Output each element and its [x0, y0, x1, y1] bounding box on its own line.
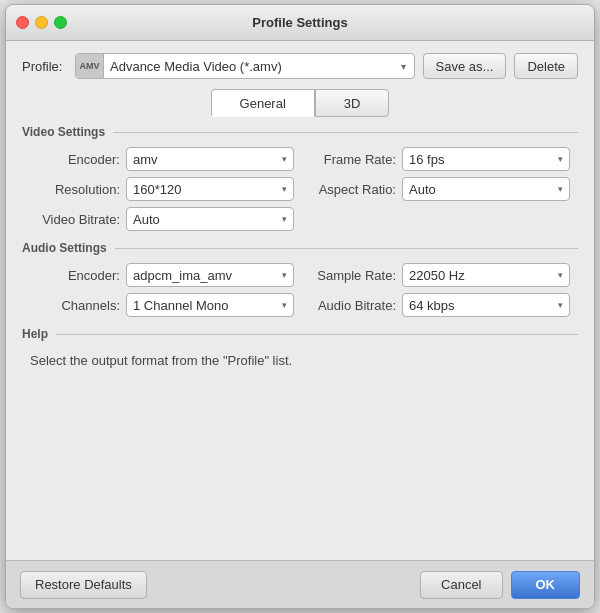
encoder-select[interactable]: amv ▾ — [126, 147, 294, 171]
window-title: Profile Settings — [252, 15, 347, 30]
audio-encoder-label: Encoder: — [30, 268, 120, 283]
profile-dropdown-arrow-icon: ▾ — [394, 61, 414, 72]
sample-rate-select[interactable]: 22050 Hz ▾ — [402, 263, 570, 287]
channels-arrow-icon: ▾ — [282, 300, 287, 310]
audio-bitrate-value: 64 kbps — [409, 298, 554, 313]
audio-bitrate-arrow-icon: ▾ — [558, 300, 563, 310]
frame-rate-value: 16 fps — [409, 152, 554, 167]
audio-encoder-field-row: Encoder: adpcm_ima_amv ▾ — [30, 263, 294, 287]
window-controls — [16, 16, 67, 29]
help-header: Help — [22, 327, 578, 341]
title-bar: Profile Settings — [6, 5, 594, 41]
aspect-ratio-field-row: Aspect Ratio: Auto ▾ — [306, 177, 570, 201]
video-settings-title: Video Settings — [22, 125, 105, 139]
video-bitrate-value: Auto — [133, 212, 278, 227]
audio-settings-section: Audio Settings Encoder: adpcm_ima_amv ▾ … — [22, 241, 578, 317]
frame-rate-field-row: Frame Rate: 16 fps ▾ — [306, 147, 570, 171]
profile-icon: AMV — [76, 54, 104, 78]
sample-rate-arrow-icon: ▾ — [558, 270, 563, 280]
aspect-ratio-select[interactable]: Auto ▾ — [402, 177, 570, 201]
frame-rate-label: Frame Rate: — [306, 152, 396, 167]
channels-select[interactable]: 1 Channel Mono ▾ — [126, 293, 294, 317]
audio-settings-grid: Encoder: adpcm_ima_amv ▾ Sample Rate: 22… — [22, 263, 578, 317]
save-as-button[interactable]: Save as... — [423, 53, 507, 79]
tab-general[interactable]: General — [211, 89, 315, 117]
channels-value: 1 Channel Mono — [133, 298, 278, 313]
minimize-button[interactable] — [35, 16, 48, 29]
encoder-field-row: Encoder: amv ▾ — [30, 147, 294, 171]
audio-encoder-select[interactable]: adpcm_ima_amv ▾ — [126, 263, 294, 287]
audio-bitrate-label: Audio Bitrate: — [306, 298, 396, 313]
tab-3d[interactable]: 3D — [315, 89, 390, 117]
profile-select-text: Advance Media Video (*.amv) — [104, 59, 394, 74]
resolution-label: Resolution: — [30, 182, 120, 197]
sample-rate-field-row: Sample Rate: 22050 Hz ▾ — [306, 263, 570, 287]
profile-row: Profile: AMV Advance Media Video (*.amv)… — [22, 53, 578, 79]
video-settings-section: Video Settings Encoder: amv ▾ Frame Rate… — [22, 125, 578, 231]
help-section-line — [56, 334, 578, 335]
window-content: Profile: AMV Advance Media Video (*.amv)… — [6, 41, 594, 560]
video-section-line — [113, 132, 578, 133]
profile-label: Profile: — [22, 59, 67, 74]
audio-bitrate-select[interactable]: 64 kbps ▾ — [402, 293, 570, 317]
encoder-value: amv — [133, 152, 278, 167]
help-text: Select the output format from the "Profi… — [22, 349, 578, 372]
audio-settings-title: Audio Settings — [22, 241, 107, 255]
video-settings-grid: Encoder: amv ▾ Frame Rate: 16 fps ▾ Reso… — [22, 147, 578, 231]
tab-bar: General 3D — [22, 89, 578, 117]
bottom-right-buttons: Cancel OK — [420, 571, 580, 599]
video-bitrate-arrow-icon: ▾ — [282, 214, 287, 224]
resolution-value: 160*120 — [133, 182, 278, 197]
bottom-bar: Restore Defaults Cancel OK — [6, 560, 594, 608]
encoder-arrow-icon: ▾ — [282, 154, 287, 164]
frame-rate-select[interactable]: 16 fps ▾ — [402, 147, 570, 171]
help-title: Help — [22, 327, 48, 341]
profile-select[interactable]: AMV Advance Media Video (*.amv) ▾ — [75, 53, 415, 79]
channels-field-row: Channels: 1 Channel Mono ▾ — [30, 293, 294, 317]
aspect-ratio-label: Aspect Ratio: — [306, 182, 396, 197]
aspect-ratio-arrow-icon: ▾ — [558, 184, 563, 194]
audio-encoder-value: adpcm_ima_amv — [133, 268, 278, 283]
video-bitrate-field-row: Video Bitrate: Auto ▾ — [30, 207, 294, 231]
aspect-ratio-value: Auto — [409, 182, 554, 197]
channels-label: Channels: — [30, 298, 120, 313]
resolution-select[interactable]: 160*120 ▾ — [126, 177, 294, 201]
video-bitrate-select[interactable]: Auto ▾ — [126, 207, 294, 231]
close-button[interactable] — [16, 16, 29, 29]
frame-rate-arrow-icon: ▾ — [558, 154, 563, 164]
resolution-arrow-icon: ▾ — [282, 184, 287, 194]
maximize-button[interactable] — [54, 16, 67, 29]
audio-section-line — [115, 248, 578, 249]
encoder-label: Encoder: — [30, 152, 120, 167]
cancel-button[interactable]: Cancel — [420, 571, 502, 599]
resolution-field-row: Resolution: 160*120 ▾ — [30, 177, 294, 201]
audio-bitrate-field-row: Audio Bitrate: 64 kbps ▾ — [306, 293, 570, 317]
profile-settings-window: Profile Settings Profile: AMV Advance Me… — [5, 4, 595, 609]
video-settings-header: Video Settings — [22, 125, 578, 139]
ok-button[interactable]: OK — [511, 571, 581, 599]
sample-rate-label: Sample Rate: — [306, 268, 396, 283]
restore-defaults-button[interactable]: Restore Defaults — [20, 571, 147, 599]
help-section: Help Select the output format from the "… — [22, 327, 578, 550]
audio-encoder-arrow-icon: ▾ — [282, 270, 287, 280]
delete-button[interactable]: Delete — [514, 53, 578, 79]
audio-settings-header: Audio Settings — [22, 241, 578, 255]
video-bitrate-label: Video Bitrate: — [30, 212, 120, 227]
sample-rate-value: 22050 Hz — [409, 268, 554, 283]
